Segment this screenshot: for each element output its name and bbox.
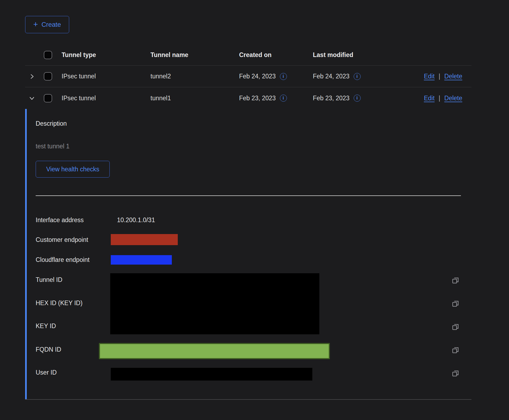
tunnel-id-label: Tunnel ID — [36, 276, 62, 284]
chevron-right-icon[interactable] — [29, 73, 35, 80]
description-label: Description — [36, 120, 67, 127]
tunnel-hex-key-ids-redacted — [110, 273, 319, 334]
header-created-on: Created on — [239, 51, 313, 59]
table-row: IPsec tunnel tunnel1 Feb 23, 2023 i Feb … — [25, 87, 471, 109]
copy-icon[interactable] — [451, 299, 460, 308]
expanded-panel-accent-border — [25, 109, 27, 399]
link-separator: | — [439, 95, 440, 102]
tunnel-name-cell: tunnel2 — [150, 73, 239, 80]
row-checkbox[interactable] — [44, 72, 52, 81]
tunnel-type-cell: IPsec tunnel — [62, 95, 150, 102]
table-row: IPsec tunnel tunnel2 Feb 24, 2023 i Feb … — [25, 66, 471, 87]
section-divider — [36, 195, 461, 196]
copy-icon[interactable] — [451, 346, 460, 354]
copy-icon[interactable] — [451, 276, 460, 284]
cloudflare-endpoint-value-redacted — [111, 255, 172, 265]
view-health-checks-button[interactable]: View health checks — [36, 161, 110, 178]
description-value: test tunnel 1 — [36, 143, 69, 150]
plus-icon: + — [33, 20, 38, 28]
created-on-cell: Feb 24, 2023 — [239, 73, 276, 80]
tunnels-table: Tunnel type Tunnel name Created on Last … — [25, 45, 471, 109]
header-tunnel-name: Tunnel name — [150, 51, 239, 59]
hex-id-label: HEX ID (KEY ID) — [36, 299, 82, 307]
last-modified-cell: Feb 24, 2023 — [313, 73, 350, 80]
table-header-row: Tunnel type Tunnel name Created on Last … — [25, 45, 471, 66]
delete-link[interactable]: Delete — [444, 95, 462, 102]
header-last-modified: Last modified — [313, 51, 389, 59]
key-id-label: KEY ID — [36, 322, 56, 330]
tunnel-type-cell: IPsec tunnel — [62, 73, 150, 80]
header-tunnel-type: Tunnel type — [62, 51, 150, 59]
user-id-label: User ID — [36, 369, 57, 376]
tunnel-name-cell: tunnel1 — [150, 95, 239, 102]
created-on-cell: Feb 23, 2023 — [239, 95, 276, 102]
info-icon[interactable]: i — [280, 73, 287, 80]
fqdn-id-value-redacted — [99, 343, 330, 359]
customer-endpoint-value-redacted — [111, 234, 178, 245]
create-button-label: Create — [42, 21, 61, 28]
link-separator: | — [439, 73, 440, 80]
interface-address-label: Interface address — [36, 216, 84, 224]
info-icon[interactable]: i — [280, 95, 287, 102]
delete-link[interactable]: Delete — [444, 73, 462, 80]
tunnels-page: + Create Tunnel type Tunnel name Created… — [0, 0, 509, 420]
interface-address-value: 10.200.1.0/31 — [117, 216, 155, 224]
row-checkbox[interactable] — [44, 94, 52, 102]
panel-bottom-divider — [25, 399, 471, 400]
copy-icon[interactable] — [451, 369, 460, 377]
chevron-down-icon[interactable] — [29, 95, 35, 101]
create-button[interactable]: + Create — [25, 16, 69, 33]
customer-endpoint-label: Customer endpoint — [36, 236, 88, 244]
info-icon[interactable]: i — [354, 73, 361, 80]
cloudflare-endpoint-label: Cloudflare endpoint — [36, 256, 89, 264]
select-all-checkbox[interactable] — [44, 51, 52, 59]
info-icon[interactable]: i — [354, 95, 361, 102]
last-modified-cell: Feb 23, 2023 — [313, 95, 350, 102]
fqdn-id-label: FQDN ID — [36, 346, 61, 353]
edit-link[interactable]: Edit — [424, 95, 435, 102]
edit-link[interactable]: Edit — [424, 73, 435, 80]
copy-icon[interactable] — [451, 323, 460, 331]
user-id-value-redacted — [111, 368, 312, 381]
